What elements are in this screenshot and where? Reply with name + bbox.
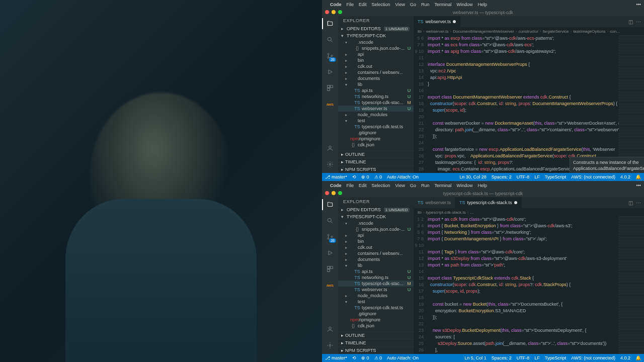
aws-icon[interactable]: aws	[326, 100, 335, 109]
project-section[interactable]: ▾TYPESCRIPT-CDK	[338, 32, 414, 39]
cursor-position[interactable]: Ln 5, Col 1	[464, 355, 487, 360]
breadcrumb[interactable]: lib›typescript-cdk-stack.ts›...	[414, 208, 644, 216]
minimize-window-button[interactable]	[332, 10, 336, 14]
tree-item[interactable]: .gitignore	[338, 311, 414, 317]
menu-window[interactable]: Window	[456, 2, 472, 7]
tree-item[interactable]: {}snippets.json.code-...U	[338, 226, 414, 232]
timeline-section[interactable]: ▸TIMELINE	[338, 158, 414, 165]
git-branch[interactable]: ⎇ master*	[325, 174, 347, 179]
tree-item[interactable]: TStypescript-cdk-stac...M	[338, 281, 414, 287]
minimap[interactable]	[619, 35, 644, 173]
menu-file[interactable]: File	[347, 2, 354, 7]
tree-item[interactable]: ▾lib	[338, 81, 414, 87]
search-icon[interactable]	[326, 216, 335, 225]
split-editor-icon[interactable]: ◫	[628, 19, 633, 25]
menu-terminal[interactable]: Terminal	[434, 2, 451, 7]
outline-section[interactable]: ▸OUTLINE	[338, 150, 414, 158]
editor-tab[interactable]: TSwebserver.ts	[414, 197, 455, 208]
tree-item[interactable]: ▸containers / webserv...	[338, 69, 414, 75]
open-editors-section[interactable]: ▸OPEN EDITORS1 UNSAVED	[338, 25, 414, 32]
account-icon[interactable]	[326, 325, 335, 334]
menu-view[interactable]: View	[395, 2, 405, 7]
menu-selection[interactable]: Selection	[372, 2, 390, 7]
git-branch[interactable]: ⎇ master*	[325, 355, 347, 360]
tree-item[interactable]: ▸node_modules	[338, 112, 414, 118]
indentation[interactable]: Spaces: 2	[492, 355, 512, 360]
npm-scripts-section[interactable]: ▸NPM SCRIPTS	[338, 165, 414, 173]
encoding[interactable]: UTF-8	[517, 355, 530, 360]
errors-count[interactable]: ⊗ 0	[361, 174, 369, 179]
maximize-window-button[interactable]	[338, 10, 342, 14]
tree-item[interactable]: TSapi.tsU	[338, 87, 414, 94]
tree-item[interactable]: ▾.vscode	[338, 39, 414, 45]
menu-selection[interactable]: Selection	[372, 183, 390, 188]
notifications-bell-icon[interactable]: 🔔	[635, 174, 641, 179]
menu-window[interactable]: Window	[456, 183, 472, 188]
close-window-button[interactable]	[325, 10, 329, 14]
tree-item[interactable]: TSwebserver.tsU	[338, 106, 414, 112]
explorer-icon[interactable]	[326, 200, 335, 209]
tree-item[interactable]: npm.npmignore	[338, 317, 414, 323]
tree-item[interactable]: ▾test	[338, 299, 414, 305]
tree-item[interactable]: {}cdk.json	[338, 142, 414, 148]
tree-item[interactable]: {}cdk.json	[338, 323, 414, 329]
tree-item[interactable]: ▸node_modules	[338, 293, 414, 299]
tree-item[interactable]: ▸documents	[338, 256, 414, 262]
ts-version[interactable]: 4.0.2	[620, 355, 630, 360]
warnings-count[interactable]: ⚠ 0	[374, 174, 382, 179]
editor-tab[interactable]: TStypescript-cdk-stack.ts	[455, 197, 522, 208]
menu-help[interactable]: Help	[477, 2, 487, 7]
tree-item[interactable]: {}snippets.json.code-...U	[338, 45, 414, 51]
tree-item[interactable]: ▸documents	[338, 75, 414, 81]
project-section[interactable]: ▾TYPESCRIPT-CDK	[338, 213, 414, 220]
menu-app-name[interactable]: Code	[330, 183, 342, 188]
aws-status[interactable]: AWS: (not connected)	[571, 174, 615, 179]
code-content[interactable]: import * as escp from class="st">'@aws-c…	[428, 35, 619, 173]
aws-status[interactable]: AWS: (not connected)	[571, 355, 615, 360]
run-debug-icon[interactable]	[326, 67, 335, 76]
source-control-icon[interactable]: 28	[326, 51, 335, 60]
sync-icon[interactable]: ⟲	[352, 355, 356, 360]
tree-item[interactable]: ▸api	[338, 232, 414, 238]
encoding[interactable]: UTF-8	[517, 174, 530, 179]
menubar-extras-icon[interactable]: •••	[636, 2, 641, 7]
source-control-icon[interactable]: 28	[326, 232, 335, 241]
minimap[interactable]	[619, 216, 644, 354]
menu-app-name[interactable]: Code	[330, 2, 342, 7]
more-actions-icon[interactable]: ⋯	[636, 200, 641, 206]
menu-edit[interactable]: Edit	[359, 2, 367, 7]
notifications-bell-icon[interactable]: 🔔	[635, 355, 641, 360]
aws-icon[interactable]: aws	[326, 281, 335, 290]
cursor-position[interactable]: Ln 30, Col 28	[459, 174, 487, 179]
tree-item[interactable]: TSnetworking.tsU	[338, 94, 414, 100]
tree-item[interactable]: TStypescript-cdk.test.ts	[338, 124, 414, 130]
account-icon[interactable]	[326, 144, 335, 153]
menubar-extras-icon[interactable]: •••	[636, 183, 641, 188]
tree-item[interactable]: npm.npmignore	[338, 136, 414, 142]
minimize-window-button[interactable]	[332, 191, 336, 195]
timeline-section[interactable]: ▸TIMELINE	[338, 339, 414, 346]
tree-item[interactable]: ▸bin	[338, 238, 414, 244]
tree-item[interactable]: ▾lib	[338, 262, 414, 268]
indentation[interactable]: Spaces: 2	[492, 174, 512, 179]
editor-tab[interactable]: TSwebserver.ts	[414, 16, 460, 27]
menu-file[interactable]: File	[347, 183, 354, 188]
menu-view[interactable]: View	[395, 183, 405, 188]
tree-item[interactable]: ▸api	[338, 51, 414, 57]
code-editor[interactable]: 1 2 3 4 5 6 7 8 9 10 11 12 13 14 15 16 1…	[414, 216, 644, 354]
tree-item[interactable]: ▸containers / webserv...	[338, 250, 414, 256]
tree-item[interactable]: TStypescript-cdk-stac...M	[338, 100, 414, 106]
tree-item[interactable]: TSnetworking.tsU	[338, 275, 414, 281]
settings-gear-icon[interactable]	[326, 341, 335, 350]
menu-help[interactable]: Help	[477, 183, 487, 188]
tree-item[interactable]: ▾.vscode	[338, 220, 414, 226]
close-window-button[interactable]	[325, 191, 329, 195]
tree-item[interactable]: ▸cdk.out	[338, 63, 414, 69]
menu-terminal[interactable]: Terminal	[434, 183, 451, 188]
menu-go[interactable]: Go	[410, 2, 416, 7]
eol[interactable]: LF	[534, 174, 540, 179]
auto-attach[interactable]: Auto Attach: On	[387, 174, 419, 179]
errors-count[interactable]: ⊗ 0	[361, 355, 369, 360]
settings-gear-icon[interactable]	[326, 160, 335, 169]
tree-item[interactable]: .gitignore	[338, 130, 414, 136]
